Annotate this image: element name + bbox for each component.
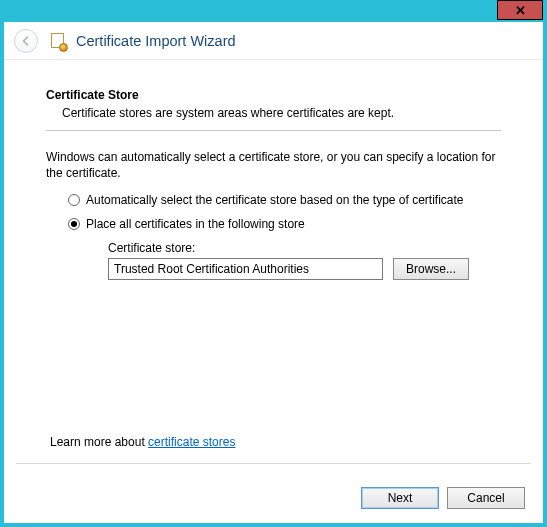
radio-auto-select[interactable]: Automatically select the certificate sto… <box>68 193 501 207</box>
store-input-value: Trusted Root Certification Authorities <box>114 262 309 276</box>
wizard-title: Certificate Import Wizard <box>76 33 236 49</box>
cancel-button-label: Cancel <box>467 491 504 505</box>
store-block: Certificate store: Trusted Root Certific… <box>108 241 501 280</box>
radio-place-all[interactable]: Place all certificates in the following … <box>68 217 501 231</box>
radio-icon <box>68 194 80 206</box>
wizard-content: Certificate Store Certificate stores are… <box>4 60 543 463</box>
next-button[interactable]: Next <box>361 487 439 509</box>
header-bar: Certificate Import Wizard <box>4 22 543 60</box>
back-button[interactable] <box>14 29 38 53</box>
wizard-footer: Next Cancel <box>4 463 543 523</box>
close-button[interactable]: ✕ <box>497 0 543 20</box>
browse-button-label: Browse... <box>406 262 456 276</box>
next-button-label: Next <box>388 491 413 505</box>
footer-buttons: Next Cancel <box>361 487 525 509</box>
section-heading: Certificate Store <box>46 88 501 102</box>
radio-auto-label: Automatically select the certificate sto… <box>86 193 464 207</box>
store-row: Trusted Root Certification Authorities B… <box>108 258 501 280</box>
wizard-window: ✕ Certificate Import Wizard Certificate … <box>0 0 547 527</box>
radio-place-label: Place all certificates in the following … <box>86 217 305 231</box>
store-label: Certificate store: <box>108 241 501 255</box>
back-arrow-icon <box>20 35 32 47</box>
browse-button[interactable]: Browse... <box>393 258 469 280</box>
store-radio-group: Automatically select the certificate sto… <box>68 193 501 280</box>
intro-text: Windows can automatically select a certi… <box>46 149 501 181</box>
cancel-button[interactable]: Cancel <box>447 487 525 509</box>
learn-more-prefix: Learn more about <box>50 435 148 449</box>
learn-more: Learn more about certificate stores <box>50 435 235 449</box>
footer-separator <box>16 463 531 464</box>
store-input[interactable]: Trusted Root Certification Authorities <box>108 258 383 280</box>
divider <box>46 130 501 131</box>
radio-icon <box>68 218 80 230</box>
section-subheading: Certificate stores are system areas wher… <box>62 106 501 120</box>
close-icon: ✕ <box>515 3 526 18</box>
learn-more-link[interactable]: certificate stores <box>148 435 235 449</box>
certificate-icon <box>48 32 66 50</box>
